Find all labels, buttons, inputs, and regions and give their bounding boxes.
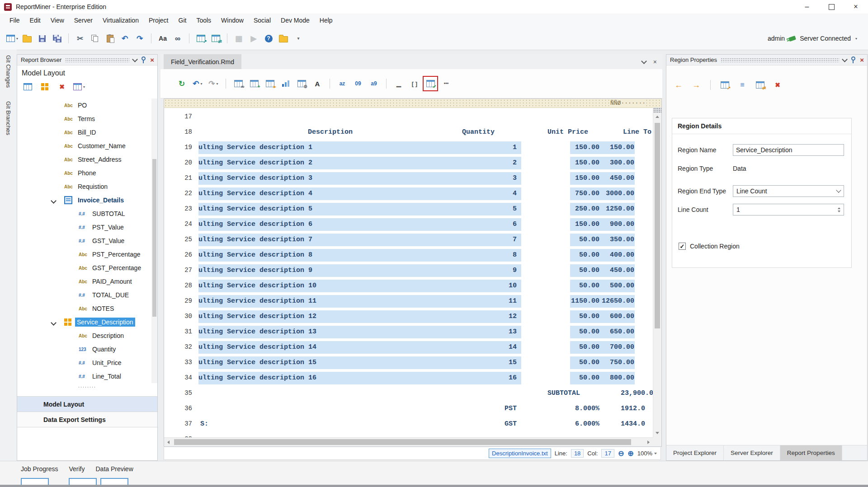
field-description[interactable]: ulting Service description 15: [198, 359, 316, 366]
sort-alpha-button[interactable]: az: [336, 78, 348, 89]
field-quantity[interactable]: 11: [509, 297, 517, 305]
menu-tools[interactable]: Tools: [191, 14, 216, 27]
field-line-total[interactable]: 12650.00: [602, 297, 634, 305]
field-unit-price[interactable]: 150.00: [575, 159, 599, 167]
field-description[interactable]: ulting Service description 14: [198, 343, 316, 351]
tree-item-bill-id[interactable]: AbcBill_ID: [17, 126, 157, 139]
toolbar-options-icon[interactable]: ▾: [855, 37, 857, 41]
virtual-view-button[interactable]: ↗: [195, 33, 207, 44]
spin-down-icon[interactable]: [838, 211, 840, 212]
report-line-20[interactable]: 20ulting Service description 22150.00300…: [164, 155, 661, 171]
tree-item-line-total[interactable]: #.#Line_Total: [17, 370, 157, 383]
show-field-lines-button[interactable]: ▁: [393, 78, 405, 89]
field-description[interactable]: ulting Service description 9: [198, 267, 312, 274]
field-description[interactable]: ulting Service description 7: [198, 236, 312, 244]
report-line-21[interactable]: 21ulting Service description 33150.00450…: [164, 171, 661, 186]
field-line-total[interactable]: 500.00: [610, 282, 634, 290]
tree-item-pst-value[interactable]: #.#PST_Value: [17, 220, 157, 234]
browser-tab-data-export-settings[interactable]: Data Export Settings: [17, 412, 157, 427]
field-line-total[interactable]: 600.00: [610, 313, 634, 320]
menu-file[interactable]: File: [5, 14, 25, 27]
field-unit-price[interactable]: 50.00: [579, 251, 599, 259]
save-button[interactable]: [36, 33, 48, 44]
panel-close-icon[interactable]: ×: [150, 56, 154, 63]
explorer-tab-server-explorer[interactable]: Server Explorer: [724, 445, 780, 460]
field-quantity[interactable]: 15: [509, 359, 517, 366]
export-model-button[interactable]: ▾: [73, 81, 85, 93]
tab-list-icon[interactable]: [641, 58, 647, 64]
project-folder-button[interactable]: [278, 33, 289, 44]
tree-item-service-description[interactable]: Service_Description: [17, 315, 157, 329]
pin-icon[interactable]: [851, 56, 855, 61]
field-quantity[interactable]: 10: [509, 282, 517, 290]
tree-scrollbar[interactable]: [151, 98, 157, 383]
field-description[interactable]: ulting Service description 10: [198, 282, 316, 290]
field-unit-price[interactable]: 50.00: [579, 282, 599, 290]
pin-icon[interactable]: [142, 56, 146, 61]
tree-item-paid-amount[interactable]: AbcPAID_Amount: [17, 275, 157, 288]
field-quantity[interactable]: 8: [513, 251, 517, 259]
source-file-badge[interactable]: DescriptionInvoice.txt: [489, 449, 551, 458]
tree-item-gst-percentage[interactable]: AbcGST_Percentage: [17, 261, 157, 275]
report-line-subtotal[interactable]: 35SUBTOTAL23,900.00: [164, 386, 661, 401]
field-line-total[interactable]: 150.00: [610, 144, 634, 151]
field-quantity[interactable]: 1: [513, 144, 517, 151]
field-line-total[interactable]: 750.00: [610, 359, 634, 366]
open-file-button[interactable]: [21, 33, 33, 44]
field-line-total[interactable]: 300.00: [610, 159, 634, 167]
tree-item-description[interactable]: AbcDescription: [17, 329, 157, 342]
field-line-total[interactable]: 450.00: [610, 267, 634, 274]
field-unit-price[interactable]: 50.00: [579, 374, 599, 382]
report-line-26[interactable]: 26ulting Service description 8850.00400.…: [164, 248, 661, 263]
field-quantity[interactable]: 2: [513, 159, 517, 167]
field-unit-price[interactable]: 50.00: [579, 343, 599, 351]
panel-menu-icon[interactable]: [842, 56, 848, 62]
refresh-document-button[interactable]: ↻: [176, 78, 188, 89]
report-line-header[interactable]: 18DescriptionQuantityUnit PriceLine To: [164, 125, 661, 140]
scroll-left-button[interactable]: [164, 438, 173, 446]
field-line-total[interactable]: 450.00: [610, 174, 634, 182]
field-quantity[interactable]: 9: [513, 267, 517, 274]
pattern-analysis-button[interactable]: ⚙: [296, 78, 307, 89]
vertical-scroll-thumb[interactable]: [655, 123, 660, 328]
field-quantity[interactable]: 7: [513, 236, 517, 244]
document-tab[interactable]: Field_Verification.Rmd: [164, 54, 241, 69]
find-fields-button[interactable]: ∞: [232, 78, 244, 89]
panel-close-icon[interactable]: ×: [860, 56, 864, 63]
find-button[interactable]: ∞: [172, 33, 184, 44]
verify-fields-button[interactable]: ✔: [425, 78, 436, 89]
paste-button[interactable]: [104, 33, 116, 44]
field-quantity[interactable]: 6: [513, 220, 517, 228]
field-unit-price[interactable]: 150.00: [575, 174, 599, 182]
deploy-disabled-button[interactable]: ▶: [248, 33, 259, 44]
show-brackets-button[interactable]: [ ]: [409, 78, 420, 89]
report-line-22[interactable]: 22ulting Service description 44750.00300…: [164, 186, 661, 201]
tree-item-total-due[interactable]: #.#TOTAL_DUE: [17, 288, 157, 302]
menu-virtualization[interactable]: Virtualization: [98, 14, 144, 27]
report-line-32[interactable]: 32ulting Service description 141450.0070…: [164, 340, 661, 355]
tree-item-pst-percentage[interactable]: AbcPST_Percentage: [17, 248, 157, 261]
tree-item-terms[interactable]: AbcTerms: [17, 112, 157, 126]
auto-parse-fields-button[interactable]: ▸: [264, 78, 276, 89]
redo-edit-button[interactable]: ↷▾: [208, 78, 219, 89]
vertical-scrollbar[interactable]: [653, 108, 661, 437]
help-docs-button[interactable]: ?: [263, 33, 274, 44]
field-line-total[interactable]: 700.00: [610, 343, 634, 351]
field-description[interactable]: ulting Service description 12: [198, 313, 316, 320]
field-unit-price[interactable]: 50.00: [579, 236, 599, 244]
report-line-pst[interactable]: 36PST8.000%1912.0: [164, 401, 661, 417]
virtual-join-button[interactable]: ⇄: [210, 33, 222, 44]
menu-dev-mode[interactable]: Dev Mode: [276, 14, 315, 27]
report-line-empty[interactable]: 17: [164, 109, 661, 125]
field-line-total[interactable]: 800.00: [610, 374, 634, 382]
dock-item-job-progress[interactable]: Job Progress: [21, 465, 58, 473]
zoom-in-button[interactable]: ⊕: [627, 449, 633, 458]
delete-region-button[interactable]: ✖: [772, 79, 783, 91]
field-unit-price[interactable]: 50.00: [579, 328, 599, 336]
field-description[interactable]: ulting Service description 5: [198, 205, 312, 213]
report-line-30[interactable]: 30ulting Service description 121250.0060…: [164, 309, 661, 324]
tree-item-unit-price[interactable]: #.#Unit_Price: [17, 356, 157, 370]
tree-item-gst-value[interactable]: #.#GST_Value: [17, 234, 157, 248]
goto-source-button[interactable]: ↗: [719, 79, 731, 91]
cut-button[interactable]: ✂: [74, 33, 86, 44]
